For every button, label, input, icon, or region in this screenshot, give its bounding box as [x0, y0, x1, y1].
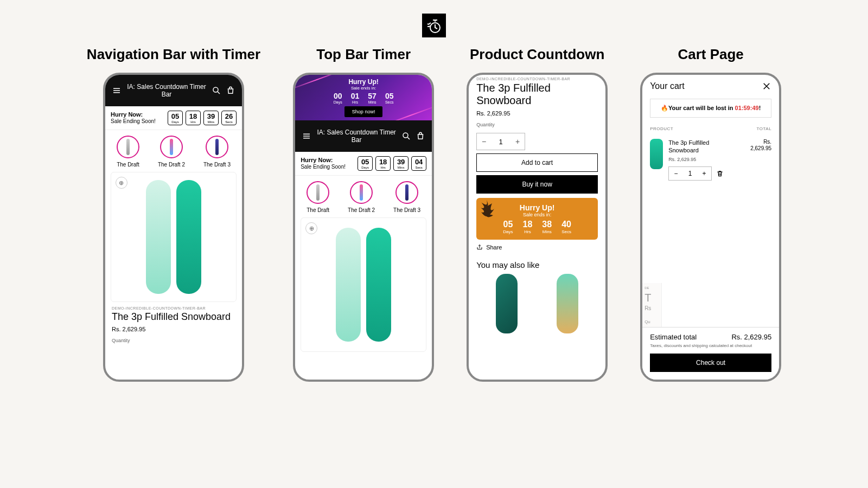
cart-item-total: Rs.2,629.95 [743, 139, 771, 181]
phone-frame-cart: Your cart 🔥Your cart will be lost in 01:… [640, 73, 781, 382]
draft-item[interactable]: The Draft [307, 181, 329, 213]
frame-title-nav: Navigation Bar with Timer [87, 46, 260, 63]
timer-secs: 26Secs [221, 111, 237, 125]
timer-mins: 39Mins [203, 111, 219, 125]
cart-column-headers: PRODUCTTOTAL [642, 124, 779, 133]
estimated-total: Estimated totalRs. 2,629.95 [650, 333, 771, 341]
header-title: IA: Sales Countdown Timer Bar [126, 83, 207, 99]
checkout-button[interactable]: Check out [650, 354, 771, 372]
related-product[interactable] [557, 274, 578, 333]
quantity-stepper[interactable]: − 1 + [476, 133, 525, 150]
magnify-icon[interactable]: ⊕ [116, 177, 127, 189]
frame-title-product: Product Countdown [470, 46, 604, 63]
product-countdown-banner: Hurry Up! Sale ends in: 05Days 18Hrs 38M… [476, 198, 598, 240]
you-may-also-like-heading: You may also like [476, 260, 598, 269]
nav-timer-bar: Hurry Now:Sale Ending Soon! 05Days 18Hrs… [105, 106, 242, 130]
vendor-label: DEMO-INCREDIBLE-COUNTDOWN-TIMER-BAR [112, 306, 235, 310]
app-logo-icon [422, 14, 446, 37]
quantity-label: Quantity [476, 122, 598, 127]
phone-frame-nav: IA: Sales Countdown Timer Bar Hurry Now:… [103, 73, 244, 382]
frame-title-cart: Cart Page [678, 46, 743, 63]
cart-item-row: The 3p Fulfilled Snowboard Rs. 2,629.95 … [642, 133, 779, 186]
buy-now-button[interactable]: Buy it now [476, 175, 598, 194]
draft-item[interactable]: The Draft 2 [348, 181, 375, 213]
draft-item[interactable]: The Draft [117, 136, 139, 168]
svg-point-2 [403, 133, 408, 138]
qty-decrease-button[interactable]: − [669, 167, 683, 180]
product-title: The 3p Fulfilled Snowboard [112, 311, 235, 323]
frame-title-topbar: Top Bar Timer [316, 46, 411, 63]
cart-heading: Your cart [650, 81, 762, 91]
quantity-label: Quantity [112, 338, 235, 343]
trash-icon[interactable] [716, 170, 724, 177]
cart-item-name[interactable]: The 3p Fulfilled Snowboard [668, 139, 738, 155]
product-price: Rs. 2,629.95 [112, 326, 235, 332]
phone-frame-topbar: Hurry Up! Sale ends in: 00Days 01Hrs 57M… [293, 73, 434, 382]
svg-point-1 [213, 87, 218, 92]
app-header: IA: Sales Countdown Timer Bar [295, 120, 432, 152]
product-image[interactable]: ⊕ [301, 217, 426, 352]
top-timer-banner: Hurry Up! Sale ends in: 00Days 01Hrs 57M… [295, 75, 432, 120]
product-image[interactable]: ⊕ [111, 172, 237, 302]
app-header: IA: Sales Countdown Timer Bar [105, 75, 242, 106]
nav-timer-bar: Hurry Now:Sale Ending Soon! 05Days 18Hrs… [295, 152, 432, 176]
product-title: The 3p Fulfilled Snowboard [476, 82, 598, 107]
draft-item[interactable]: The Draft 3 [203, 136, 231, 168]
product-price: Rs. 2,629.95 [476, 110, 598, 117]
add-to-cart-button[interactable]: Add to cart [476, 153, 598, 172]
qty-increase-button[interactable]: + [510, 137, 525, 146]
hamburger-icon[interactable] [112, 86, 122, 95]
draft-item[interactable]: The Draft 2 [158, 136, 185, 168]
related-product[interactable] [496, 274, 518, 333]
cart-item-unit-price: Rs. 2,629.95 [668, 157, 738, 162]
search-icon[interactable] [401, 131, 411, 141]
cart-quantity-stepper[interactable]: − 1 + [668, 166, 712, 181]
cart-expiry-warning: 🔥Your cart will be lost in 01:59:49! [650, 99, 771, 118]
timer-days: 05Days [168, 111, 183, 125]
cart-icon[interactable] [226, 86, 235, 95]
hamburger-icon[interactable] [302, 131, 311, 141]
cart-icon[interactable] [416, 131, 425, 141]
tree-icon [478, 200, 495, 227]
share-button[interactable]: Share [476, 244, 598, 251]
phone-frame-product: DEMO-INCREDIBLE-COUNTDOWN-TIMER-BAR The … [467, 73, 608, 382]
close-icon[interactable] [762, 81, 771, 91]
qty-value: 1 [683, 167, 697, 180]
timer-hrs: 18Hrs [186, 111, 201, 125]
qty-increase-button[interactable]: + [697, 167, 711, 180]
qty-value: 1 [491, 138, 510, 146]
tax-note: Taxes, discounts and shipping calculated… [650, 343, 771, 348]
draft-item[interactable]: The Draft 3 [393, 181, 420, 213]
shop-now-button[interactable]: Shop now! [344, 106, 383, 117]
magnify-icon[interactable]: ⊕ [305, 222, 317, 234]
search-icon[interactable] [212, 86, 221, 95]
qty-decrease-button[interactable]: − [477, 137, 491, 146]
background-page-peek: DE T Rs Qu [642, 283, 662, 328]
vendor-label: DEMO-INCREDIBLE-COUNTDOWN-TIMER-BAR [476, 77, 598, 81]
cart-item-thumb[interactable] [650, 139, 663, 169]
share-icon [476, 244, 483, 251]
header-title: IA: Sales Countdown Timer Bar [316, 129, 397, 144]
